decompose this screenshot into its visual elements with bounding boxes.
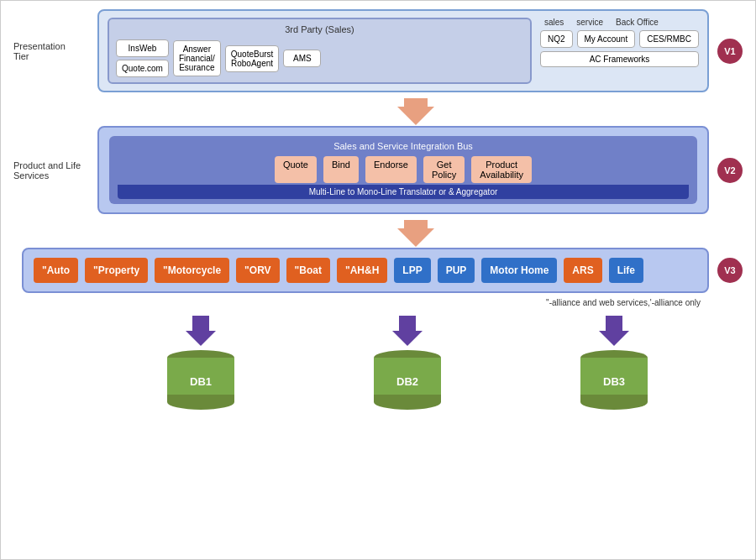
db3-bottom (580, 395, 648, 410)
footnote: "-alliance and web services,'-alliance o… (13, 298, 743, 307)
db2-arrowhead (392, 331, 423, 346)
insweb-box: InsWeb (116, 39, 169, 57)
get-policy-item: GetPolicy (423, 156, 465, 183)
arrow1 (13, 97, 743, 126)
db1-column: DB1 (167, 316, 234, 413)
ars-item: ARS (564, 258, 601, 283)
db1-arrowhead (186, 331, 216, 346)
db1-label: DB1 (190, 375, 212, 388)
db-section: DB1 DB2 DB3 (13, 311, 743, 417)
quotecom-box: Quote.com (116, 60, 169, 77)
quoteburst-box: QuoteBurstRoboAgent (225, 45, 280, 72)
bind-item: Bind (323, 156, 359, 183)
integration-bus: Sales and Service Integration Bus Quote … (109, 136, 697, 204)
db1-arrow (186, 316, 216, 346)
back-office-label: Back Office (616, 18, 659, 27)
db3-arrowhead (599, 331, 629, 346)
service-label: service (576, 18, 603, 27)
tier3-section: "Auto "Property "Motorcycle "ORV "Boat "… (13, 248, 743, 293)
sales-label: sales (544, 18, 564, 27)
nq2-box: NQ2 (540, 30, 573, 48)
db1-shaft (192, 316, 209, 331)
db3-shaft (606, 316, 622, 331)
answer-financial-box: AnswerFinancial/Esurance (173, 40, 221, 76)
tier1-box: 3rd Party (Sales) InsWeb Quote.com Answe… (97, 9, 709, 92)
arrow2 (13, 218, 743, 248)
life-item: Life (609, 258, 643, 283)
lpp-item: LPP (394, 258, 430, 283)
db3-column: DB3 (580, 316, 648, 413)
db2-cylinder: DB2 (374, 350, 441, 413)
v2-badge: V2 (717, 158, 743, 183)
orv-item: "ORV (236, 258, 279, 283)
arrow2-shaft (397, 220, 434, 247)
db1-bottom (167, 395, 234, 410)
arrow2-head (397, 228, 434, 247)
arrow1-body (404, 98, 428, 107)
ac-frameworks-box: AC Frameworks (540, 51, 699, 67)
tier2-box: Sales and Service Integration Bus Quote … (97, 126, 709, 214)
db3-arrow (599, 316, 629, 346)
tier2-section: Product and LifeServices Sales and Servi… (13, 126, 743, 214)
tier1-section: PresentationTier 3rd Party (Sales) InsWe… (13, 9, 743, 92)
db3-label: DB3 (603, 375, 625, 388)
right-sales-group: sales service Back Office NQ2 My Account… (540, 18, 699, 84)
tier3-box: "Auto "Property "Motorcycle "ORV "Boat "… (22, 248, 709, 293)
bus-footer: Multi-Line to Mono-Line Translator or & … (118, 185, 689, 199)
db2-label: DB2 (396, 375, 418, 388)
auto-item: "Auto (34, 258, 78, 283)
quote-item: Quote (275, 156, 317, 183)
third-party-title: 3rd Party (Sales) (116, 24, 523, 34)
sales-service-group: sales service Back Office NQ2 My Account… (540, 18, 699, 67)
tier2-label: Product and LifeServices (13, 160, 89, 181)
motor-home-item: Motor Home (481, 258, 557, 283)
ahh-item: "AH&H (337, 258, 387, 283)
arrow1-head (397, 107, 434, 125)
db2-shaft (399, 316, 416, 331)
ces-rmbc-box: CES/RMBC (639, 30, 699, 48)
property-item: "Property (85, 258, 148, 283)
db3-cylinder: DB3 (580, 350, 648, 413)
pup-item: PUP (438, 258, 475, 283)
v3-badge: V3 (717, 258, 743, 283)
v1-badge: V1 (717, 39, 743, 64)
bus-title: Sales and Service Integration Bus (118, 141, 689, 151)
my-account-box: My Account (577, 30, 636, 48)
endorse-item: Endorse (365, 156, 417, 183)
boat-item: "Boat (286, 258, 330, 283)
product-availability-item: ProductAvailability (471, 156, 532, 183)
db1-cylinder: DB1 (167, 350, 234, 413)
db2-bottom (374, 395, 441, 410)
tier1-label: PresentationTier (13, 41, 89, 61)
motorcycle-item: "Motorcycle (155, 258, 229, 283)
db2-arrow (392, 316, 423, 346)
ams-box: AMS (283, 50, 321, 67)
third-party-group: 3rd Party (Sales) InsWeb Quote.com Answe… (108, 18, 532, 84)
db2-column: DB2 (374, 316, 441, 413)
arrow2-body (404, 220, 428, 228)
bus-items: Quote Bind Endorse GetPolicy ProductAvai… (118, 156, 689, 183)
arrow1-shaft (397, 98, 434, 125)
